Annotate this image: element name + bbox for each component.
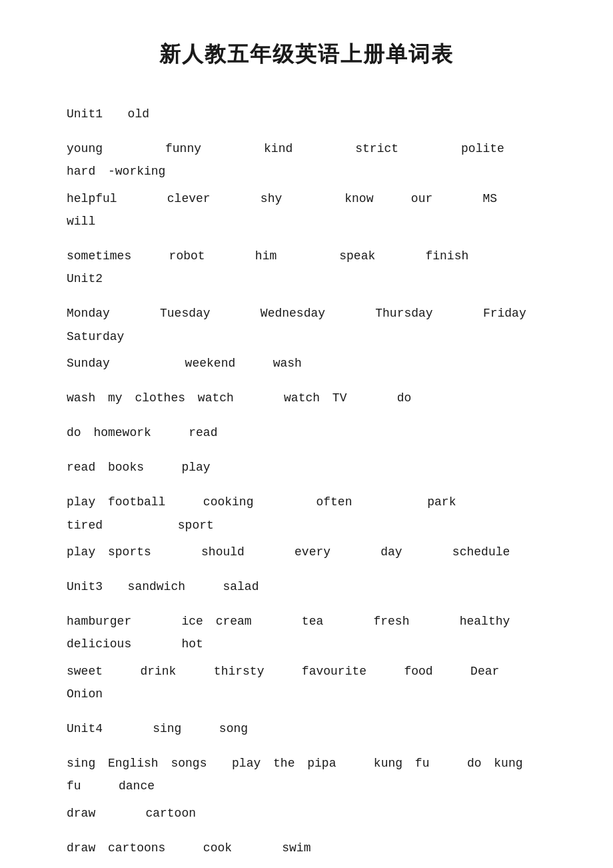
word-line-line11: play sports should every day schedule bbox=[67, 541, 546, 563]
word-line-line12: Unit3 sandwich salad bbox=[67, 575, 546, 598]
word-line-line14: sweet drink thirsty favourite food Dear … bbox=[67, 660, 546, 705]
word-line-line2: young funny kind strict polite hard -wor… bbox=[67, 137, 546, 183]
word-line-line17: draw cartoon bbox=[67, 802, 546, 825]
word-line-line16: sing English songs play the pipa kung fu… bbox=[67, 752, 546, 797]
word-line-line15: Unit4 sing song bbox=[67, 717, 546, 740]
word-line-line4: sometimes robot him speak finish Unit2 bbox=[67, 245, 546, 290]
word-line-line10: play football cooking often park tired s… bbox=[67, 491, 546, 536]
word-line-line6: Sunday weekend wash bbox=[67, 352, 546, 375]
word-line-line18: draw cartoons cook swim bbox=[67, 837, 546, 859]
word-line-line3: helpful clever shy know our MS will bbox=[67, 187, 546, 233]
word-line-line8: do homework read bbox=[67, 421, 546, 444]
word-list-content: Unit1 oldyoung funny kind strict polite … bbox=[67, 103, 546, 868]
word-line-line9: read books play bbox=[67, 456, 546, 479]
word-line-line1: Unit1 old bbox=[67, 103, 546, 125]
page-title: 新人教五年级英语上册单词表 bbox=[67, 40, 546, 69]
word-line-line7: wash my clothes watch watch TV do bbox=[67, 387, 546, 409]
word-line-line5: Monday Tuesday Wednesday Thursday Friday… bbox=[67, 302, 546, 347]
word-line-line13: hamburger ice cream tea fresh healthy de… bbox=[67, 610, 546, 655]
